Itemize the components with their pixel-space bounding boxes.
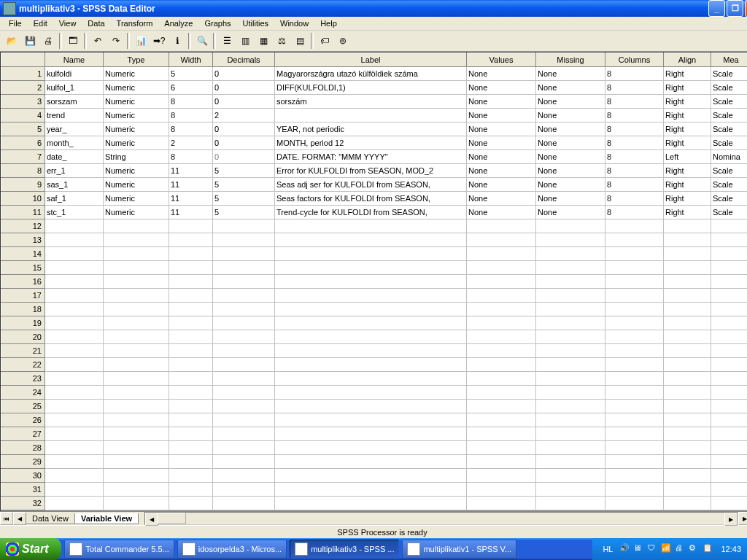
- empty-cell[interactable]: [104, 275, 169, 289]
- cell-values[interactable]: None: [467, 122, 536, 136]
- empty-cell[interactable]: [275, 483, 467, 497]
- empty-cell[interactable]: [275, 455, 467, 469]
- table-row[interactable]: 11stc_1Numeric115Trend-cycle for KULFOLD…: [1, 206, 748, 219]
- clock[interactable]: 12:43: [721, 545, 741, 553]
- table-row[interactable]: 8err_1Numeric115Error for KULFOLDI from …: [1, 164, 748, 178]
- empty-cell[interactable]: [169, 289, 213, 303]
- table-row[interactable]: 4trendNumeric82NoneNone8RightScale: [1, 109, 748, 122]
- empty-cell[interactable]: [169, 219, 213, 233]
- empty-cell[interactable]: [169, 261, 213, 275]
- empty-cell[interactable]: [104, 372, 169, 386]
- empty-cell[interactable]: [169, 497, 213, 510]
- row-header[interactable]: 14: [1, 247, 45, 261]
- row-header[interactable]: 29: [1, 455, 45, 469]
- cell-align[interactable]: Right: [664, 122, 711, 136]
- empty-cell[interactable]: [275, 233, 467, 247]
- row-header[interactable]: 12: [1, 219, 45, 233]
- nav-prev-icon[interactable]: ◀: [13, 512, 26, 525]
- empty-cell[interactable]: [711, 483, 748, 497]
- cell-type[interactable]: Numeric: [104, 81, 169, 95]
- empty-cell[interactable]: [104, 289, 169, 303]
- tray-icon[interactable]: 🖨: [675, 543, 686, 555]
- table-row[interactable]: 26: [1, 413, 748, 427]
- cell-missing[interactable]: None: [536, 206, 605, 219]
- cell-values[interactable]: None: [467, 81, 536, 95]
- cell-label[interactable]: Error for KULFOLDI from SEASON, MOD_2: [275, 164, 467, 178]
- empty-cell[interactable]: [213, 455, 275, 469]
- empty-cell[interactable]: [467, 469, 536, 483]
- table-row[interactable]: 9sas_1Numeric115Seas adj ser for KULFOLD…: [1, 178, 748, 192]
- empty-cell[interactable]: [711, 330, 748, 344]
- cell-width[interactable]: 8: [169, 150, 213, 164]
- cell-measure[interactable]: Scale: [711, 67, 748, 81]
- cell-name[interactable]: date_: [45, 150, 104, 164]
- empty-cell[interactable]: [664, 233, 711, 247]
- empty-cell[interactable]: [169, 441, 213, 455]
- variable-grid[interactable]: NameTypeWidthDecimalsLabelValuesMissingC…: [0, 52, 747, 511]
- table-row[interactable]: 5year_Numeric80YEAR, not periodicNoneNon…: [1, 122, 748, 136]
- empty-cell[interactable]: [664, 455, 711, 469]
- taskbar[interactable]: Start Total Commander 5.5...idosorpelda3…: [0, 538, 747, 560]
- empty-cell[interactable]: [45, 386, 104, 400]
- empty-cell[interactable]: [711, 358, 748, 372]
- row-header[interactable]: 8: [1, 164, 45, 178]
- empty-cell[interactable]: [536, 344, 605, 358]
- empty-cell[interactable]: [664, 497, 711, 510]
- empty-cell[interactable]: [605, 427, 664, 441]
- cell-columns[interactable]: 8: [605, 178, 664, 192]
- empty-cell[interactable]: [275, 427, 467, 441]
- row-header[interactable]: 18: [1, 303, 45, 316]
- cell-missing[interactable]: None: [536, 192, 605, 206]
- empty-cell[interactable]: [467, 372, 536, 386]
- empty-cell[interactable]: [213, 247, 275, 261]
- row-header[interactable]: 3: [1, 95, 45, 109]
- row-header[interactable]: 15: [1, 261, 45, 275]
- start-button[interactable]: Start: [0, 538, 61, 560]
- empty-cell[interactable]: [213, 413, 275, 427]
- empty-cell[interactable]: [711, 289, 748, 303]
- find-icon[interactable]: 🔍: [193, 32, 211, 50]
- cell-missing[interactable]: None: [536, 81, 605, 95]
- empty-cell[interactable]: [605, 247, 664, 261]
- row-header[interactable]: 4: [1, 109, 45, 122]
- empty-cell[interactable]: [467, 483, 536, 497]
- empty-cell[interactable]: [104, 358, 169, 372]
- empty-cell[interactable]: [664, 275, 711, 289]
- cell-type[interactable]: String: [104, 150, 169, 164]
- empty-cell[interactable]: [664, 413, 711, 427]
- row-header[interactable]: 24: [1, 386, 45, 400]
- empty-cell[interactable]: [664, 303, 711, 316]
- print-icon[interactable]: 🖨: [39, 32, 57, 50]
- empty-cell[interactable]: [275, 261, 467, 275]
- column-header[interactable]: Decimals: [213, 53, 275, 67]
- cell-missing[interactable]: None: [536, 164, 605, 178]
- empty-cell[interactable]: [104, 413, 169, 427]
- empty-cell[interactable]: [536, 455, 605, 469]
- cell-decimals[interactable]: 0: [213, 122, 275, 136]
- cell-decimals[interactable]: 0: [213, 95, 275, 109]
- empty-cell[interactable]: [275, 441, 467, 455]
- empty-cell[interactable]: [536, 233, 605, 247]
- column-header[interactable]: Name: [45, 53, 104, 67]
- cell-decimals[interactable]: 0: [213, 150, 275, 164]
- empty-cell[interactable]: [711, 427, 748, 441]
- table-row[interactable]: 1kulfoldiNumeric50Magyarországra utazó k…: [1, 67, 748, 81]
- weight-icon[interactable]: ⚖: [273, 32, 290, 50]
- empty-cell[interactable]: [104, 483, 169, 497]
- taskbar-task[interactable]: idosorpelda3 - Micros...: [177, 540, 287, 559]
- cell-align[interactable]: Right: [664, 136, 711, 150]
- row-header[interactable]: 28: [1, 441, 45, 455]
- cell-type[interactable]: Numeric: [104, 206, 169, 219]
- menu-window[interactable]: Window: [274, 18, 314, 29]
- cell-decimals[interactable]: 0: [213, 67, 275, 81]
- table-row[interactable]: 28: [1, 441, 748, 455]
- row-header[interactable]: 19: [1, 316, 45, 330]
- table-row[interactable]: 32: [1, 497, 748, 510]
- empty-cell[interactable]: [605, 344, 664, 358]
- cell-type[interactable]: Numeric: [104, 109, 169, 122]
- titlebar[interactable]: multiplikativ3 - SPSS Data Editor _ ❐ ✕: [0, 0, 747, 17]
- empty-cell[interactable]: [213, 261, 275, 275]
- empty-cell[interactable]: [45, 233, 104, 247]
- empty-cell[interactable]: [605, 497, 664, 510]
- empty-cell[interactable]: [536, 483, 605, 497]
